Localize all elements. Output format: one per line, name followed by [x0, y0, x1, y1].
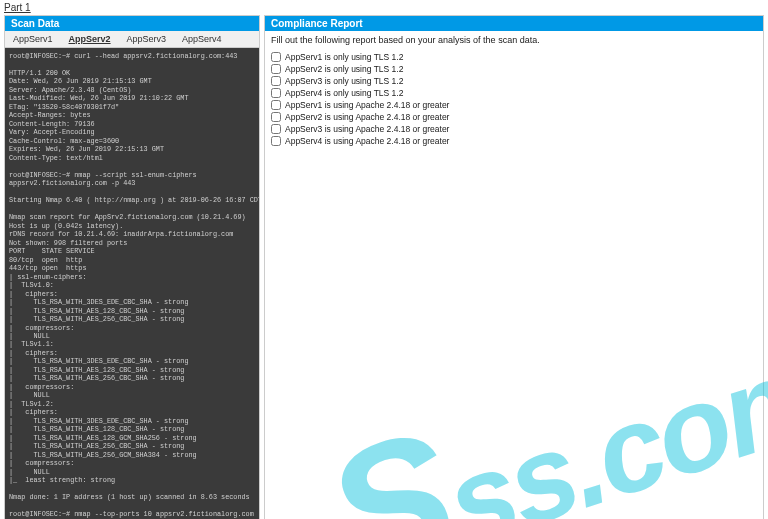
main-container: Scan Data AppServ1 AppServ2 AppServ3 App…: [0, 15, 768, 519]
check-label: AppServ1 is using Apache 2.4.18 or great…: [285, 100, 449, 110]
check-appserv2-apache[interactable]: [271, 112, 281, 122]
check-appserv3-tls[interactable]: [271, 76, 281, 86]
check-label: AppServ2 is using Apache 2.4.18 or great…: [285, 112, 449, 122]
check-appserv4-tls[interactable]: [271, 88, 281, 98]
tab-appserv3[interactable]: AppServ3: [119, 31, 175, 47]
check-row: AppServ2 is only using TLS 1.2: [271, 63, 757, 75]
check-row: AppServ4 is only using TLS 1.2: [271, 87, 757, 99]
tab-appserv2[interactable]: AppServ2: [61, 31, 119, 47]
check-label: AppServ2 is only using TLS 1.2: [285, 64, 403, 74]
check-label: AppServ4 is using Apache 2.4.18 or great…: [285, 136, 449, 146]
check-appserv3-apache[interactable]: [271, 124, 281, 134]
terminal-output: root@INFOSEC:~# curl --head appsrv2.fict…: [5, 48, 259, 519]
check-label: AppServ3 is only using TLS 1.2: [285, 76, 403, 86]
check-row: AppServ3 is only using TLS 1.2: [271, 75, 757, 87]
tab-appserv4[interactable]: AppServ4: [174, 31, 230, 47]
report-header: Compliance Report: [265, 16, 763, 31]
check-label: AppServ4 is only using TLS 1.2: [285, 88, 403, 98]
check-appserv1-tls[interactable]: [271, 52, 281, 62]
check-row: AppServ2 is using Apache 2.4.18 or great…: [271, 111, 757, 123]
report-instruction: Fill out the following report based on y…: [265, 31, 763, 49]
report-checklist: AppServ1 is only using TLS 1.2 AppServ2 …: [265, 49, 763, 149]
check-appserv1-apache[interactable]: [271, 100, 281, 110]
check-appserv2-tls[interactable]: [271, 64, 281, 74]
check-row: AppServ1 is only using TLS 1.2: [271, 51, 757, 63]
tab-appserv1[interactable]: AppServ1: [5, 31, 61, 47]
part-label: Part 1: [0, 0, 768, 15]
check-row: AppServ1 is using Apache 2.4.18 or great…: [271, 99, 757, 111]
scan-header: Scan Data: [5, 16, 259, 31]
scan-tabs: AppServ1 AppServ2 AppServ3 AppServ4: [5, 31, 259, 48]
scan-panel: Scan Data AppServ1 AppServ2 AppServ3 App…: [4, 15, 260, 519]
report-panel: Compliance Report Fill out the following…: [264, 15, 764, 519]
check-row: AppServ4 is using Apache 2.4.18 or great…: [271, 135, 757, 147]
check-row: AppServ3 is using Apache 2.4.18 or great…: [271, 123, 757, 135]
check-label: AppServ1 is only using TLS 1.2: [285, 52, 403, 62]
check-label: AppServ3 is using Apache 2.4.18 or great…: [285, 124, 449, 134]
check-appserv4-apache[interactable]: [271, 136, 281, 146]
